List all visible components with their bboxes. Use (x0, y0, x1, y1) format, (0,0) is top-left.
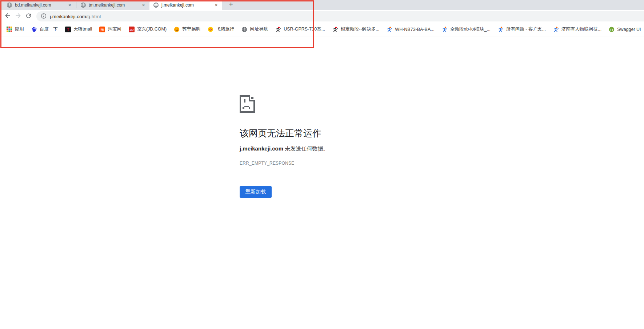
url-host: j.meikankeji.com (50, 14, 86, 19)
back-button[interactable] (2, 11, 13, 22)
globe-icon (241, 27, 247, 32)
bookmark-item[interactable]: 全频段nb-iot模块_... (438, 26, 494, 32)
bookmark-item[interactable]: 网址导航 (238, 26, 272, 32)
url-path: /g.html (86, 14, 101, 19)
reload-icon (25, 12, 32, 21)
browser-tab[interactable]: tm.meikankeji.com× (77, 0, 149, 10)
usr-person-blue-icon (553, 27, 559, 32)
bookmark-item[interactable]: 所有问题 - 客户支... (494, 26, 549, 32)
tab-close-icon[interactable]: × (67, 2, 73, 8)
tmall-icon: T (65, 27, 71, 32)
bookmark-item[interactable]: 锁定频段--解决多... (329, 26, 383, 32)
bookmark-item[interactable]: USR-GPRS-730基... (272, 26, 329, 32)
navigation-toolbar: j.meikankeji.com/g.html (0, 10, 644, 23)
error-message: j.meikankeji.com 未发送任何数据。 (240, 145, 465, 152)
bookmark-item[interactable]: 应用 (3, 26, 28, 32)
usr-person-dark-icon (275, 27, 281, 32)
bookmarks-bar: 应用 百度一下 T天猫tmall 淘淘宝网 JD京东(JD.COM) 苏宁易购 … (0, 23, 644, 36)
browser-window: bd.meikankeji.com× tm.meikankeji.com× j.… (0, 0, 644, 329)
browser-tab[interactable]: bd.meikankeji.com× (3, 0, 76, 10)
svg-text:JD: JD (129, 28, 133, 31)
error-code: ERR_EMPTY_RESPONSE (240, 161, 465, 166)
tab-title: bd.meikankeji.com (15, 3, 64, 8)
globe-favicon-icon (7, 2, 12, 8)
url-text[interactable]: j.meikankeji.com/g.html (50, 14, 101, 19)
fliggy-pig-icon (208, 27, 213, 32)
bookmark-item[interactable]: 飞猪旅行 (204, 26, 238, 32)
bookmark-label: WH-NB73-BA-BA... (395, 27, 434, 32)
usr-person-blue-icon (498, 27, 504, 32)
svg-text:T: T (67, 27, 69, 32)
forward-arrow-icon (15, 12, 22, 21)
tab-close-icon[interactable]: × (213, 2, 219, 8)
error-domain: j.meikankeji.com (240, 145, 283, 152)
jd-icon: JD (129, 27, 135, 32)
tab-close-icon[interactable]: × (140, 2, 147, 8)
bookmark-label: 全频段nb-iot模块_... (450, 26, 491, 32)
reload-button[interactable] (23, 11, 34, 22)
bookmark-label: 飞猪旅行 (216, 26, 234, 32)
bookmark-label: 苏宁易购 (182, 26, 200, 32)
info-icon[interactable] (41, 13, 47, 20)
page-content: 该网页无法正常运作 j.meikankeji.com 未发送任何数据。 ERR_… (0, 36, 644, 329)
bookmark-label: Swagger UI (617, 27, 641, 32)
globe-favicon-icon (153, 2, 159, 8)
bookmark-label: 淘宝网 (108, 26, 121, 32)
reload-page-button[interactable]: 重新加载 (240, 186, 272, 198)
swagger-icon: { } (609, 27, 615, 32)
bookmark-item[interactable]: 济南有人物联网技... (549, 26, 605, 32)
bookmark-item[interactable]: JD京东(JD.COM) (125, 26, 170, 32)
bookmark-item[interactable]: 百度一下 (28, 26, 61, 32)
apps-grid-icon (7, 27, 12, 32)
bookmark-label: 锁定频段--解决多... (341, 26, 379, 32)
usr-person-blue-icon (387, 27, 392, 32)
bookmark-label: 应用 (15, 26, 24, 32)
bookmark-label: 网址导航 (250, 26, 268, 32)
bookmark-label: 天猫tmall (73, 26, 92, 32)
tab-title: tm.meikankeji.com (89, 3, 138, 8)
svg-text:{ }: { } (610, 28, 613, 31)
bookmark-label: USR-GPRS-730基... (284, 26, 325, 32)
tab-strip: bd.meikankeji.com× tm.meikankeji.com× j.… (0, 0, 644, 10)
suning-lion-icon (174, 27, 180, 32)
bookmark-label: 所有问题 - 客户支... (506, 26, 546, 32)
tab-separator (76, 2, 76, 8)
bookmark-label: 京东(JD.COM) (137, 26, 167, 32)
address-bar[interactable]: j.meikankeji.com/g.html (36, 11, 644, 21)
new-tab-button[interactable]: + (227, 0, 235, 9)
error-message-text: 未发送任何数据。 (283, 145, 328, 152)
bookmark-item[interactable]: T天猫tmall (61, 26, 96, 32)
bookmark-item[interactable]: WH-NB73-BA-BA... (383, 27, 438, 32)
usr-person-blue-icon (442, 27, 448, 32)
usr-person-dark-icon (332, 27, 338, 32)
back-arrow-icon (4, 12, 11, 21)
bookmark-label: 济南有人物联网技... (561, 26, 601, 32)
taobao-icon: 淘 (99, 27, 105, 32)
bookmark-item[interactable]: { }Swagger UI (605, 27, 644, 32)
svg-text:淘: 淘 (100, 28, 104, 32)
browser-tab[interactable]: j.meikankeji.com× (149, 0, 222, 10)
baidu-paw-icon (31, 27, 37, 32)
forward-button[interactable] (13, 11, 23, 22)
bookmark-item[interactable]: 淘淘宝网 (96, 26, 125, 32)
sad-page-icon (240, 95, 255, 113)
tab-title: j.meikankeji.com (161, 3, 211, 8)
error-block: 该网页无法正常运作 j.meikankeji.com 未发送任何数据。 ERR_… (240, 95, 465, 198)
error-title: 该网页无法正常运作 (240, 127, 465, 139)
bookmark-label: 百度一下 (40, 26, 58, 32)
bookmark-item[interactable]: 苏宁易购 (170, 26, 204, 32)
globe-favicon-icon (80, 2, 86, 8)
